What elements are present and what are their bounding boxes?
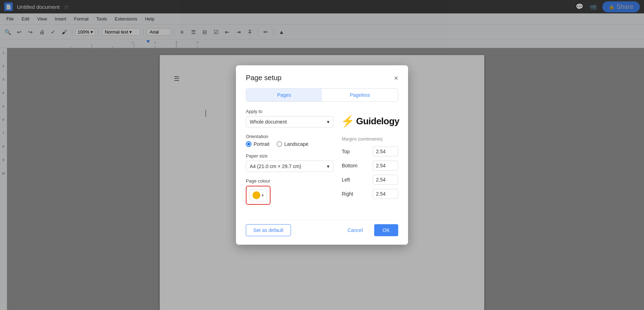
dialog-right: ⚡ Guidelogy Margins (centimetres) Top Bo… bbox=[342, 109, 398, 211]
apply-dropdown-arrow: ▾ bbox=[327, 119, 329, 125]
margin-row-right: Right bbox=[342, 189, 398, 199]
dialog-tabs: Pages Pageless bbox=[246, 88, 398, 102]
orientation-label: Orientation bbox=[246, 134, 333, 139]
dialog-left: Apply to Whole document ▾ Orientation Po… bbox=[246, 109, 333, 211]
dialog-header: Page setup × bbox=[246, 74, 398, 82]
logo-area: ⚡ Guidelogy bbox=[342, 109, 398, 133]
dialog-footer: Set as default Cancel OK bbox=[246, 220, 398, 236]
footer-spacer bbox=[295, 224, 336, 236]
landscape-label: Landscape bbox=[284, 141, 309, 147]
paper-size-arrow: ▾ bbox=[327, 163, 329, 169]
apply-to-label: Apply to bbox=[246, 109, 333, 114]
paper-size-group: Paper size A4 (21.0 cm × 29.7 cm) ▾ bbox=[246, 153, 333, 172]
page-colour-wrapper: ▾ bbox=[246, 186, 271, 205]
paper-size-value: A4 (21.0 cm × 29.7 cm) bbox=[250, 163, 301, 169]
margins-label: Margins bbox=[342, 137, 357, 142]
margins-unit: (centimetres) bbox=[358, 137, 383, 142]
tab-pages[interactable]: Pages bbox=[246, 89, 322, 101]
swatch-arrow: ▾ bbox=[262, 193, 264, 198]
paper-size-label: Paper size bbox=[246, 153, 333, 159]
logo-bolt-icon: ⚡ bbox=[341, 114, 355, 128]
modal-overlay: Page setup × Pages Pageless Apply to Who… bbox=[0, 0, 644, 310]
margin-label-right: Right bbox=[342, 191, 359, 197]
dialog-title: Page setup bbox=[246, 74, 281, 82]
margin-row-bottom: Bottom bbox=[342, 161, 398, 171]
portrait-label: Portrait bbox=[254, 141, 269, 147]
ok-button[interactable]: OK bbox=[374, 224, 398, 236]
set-default-button[interactable]: Set as default bbox=[246, 224, 291, 236]
page-setup-dialog: Page setup × Pages Pageless Apply to Who… bbox=[236, 65, 408, 245]
apply-to-value: Whole document bbox=[250, 119, 287, 125]
page-colour-swatch[interactable]: ▾ bbox=[249, 189, 267, 201]
portrait-radio[interactable] bbox=[246, 141, 251, 147]
page-colour-group: Page colour ▾ bbox=[246, 178, 333, 205]
apply-to-group: Apply to Whole document ▾ bbox=[246, 109, 333, 127]
landscape-option[interactable]: Landscape bbox=[277, 141, 309, 147]
margin-label-left: Left bbox=[342, 177, 359, 183]
margin-input-top[interactable] bbox=[373, 147, 398, 156]
logo-text: Guidelogy bbox=[356, 116, 400, 127]
margins-section: Margins (centimetres) Top Bottom Left bbox=[342, 136, 398, 199]
margin-label-bottom: Bottom bbox=[342, 163, 359, 168]
margin-row-top: Top bbox=[342, 147, 398, 156]
orientation-row: Portrait Landscape bbox=[246, 141, 333, 147]
margin-input-bottom[interactable] bbox=[373, 161, 398, 171]
margin-input-left[interactable] bbox=[373, 175, 398, 185]
apply-to-dropdown[interactable]: Whole document ▾ bbox=[246, 116, 333, 127]
margin-row-left: Left bbox=[342, 175, 398, 185]
dialog-body: Apply to Whole document ▾ Orientation Po… bbox=[246, 109, 398, 211]
cancel-button[interactable]: Cancel bbox=[340, 224, 370, 236]
close-button[interactable]: × bbox=[394, 74, 398, 82]
colour-circle bbox=[253, 191, 260, 199]
tab-pageless[interactable]: Pageless bbox=[322, 89, 398, 101]
margin-input-right[interactable] bbox=[373, 189, 398, 199]
margins-title: Margins (centimetres) bbox=[342, 136, 398, 142]
paper-size-dropdown[interactable]: A4 (21.0 cm × 29.7 cm) ▾ bbox=[246, 161, 333, 172]
margin-label-top: Top bbox=[342, 149, 359, 154]
orientation-group: Orientation Portrait Landscape bbox=[246, 134, 333, 147]
portrait-option[interactable]: Portrait bbox=[246, 141, 269, 147]
landscape-radio[interactable] bbox=[277, 141, 282, 147]
page-colour-label: Page colour bbox=[246, 178, 333, 184]
